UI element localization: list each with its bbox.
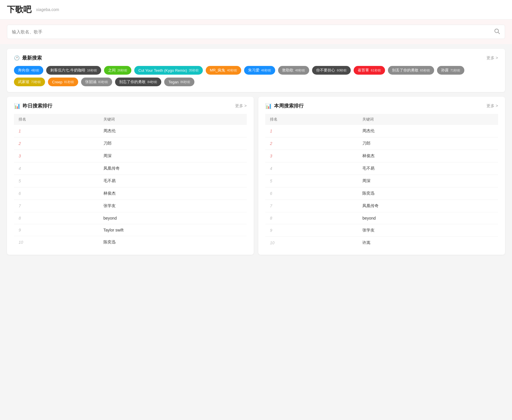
keyword: 毛不易 <box>99 175 247 187</box>
week-col-rank: 排名 <box>265 114 358 125</box>
table-row[interactable]: 8beyond <box>14 212 247 224</box>
table-row[interactable]: 8beyond <box>265 212 498 224</box>
recent-searches-header: 🕐 最新搜索 更多 > <box>14 55 498 61</box>
tag-time: 61秒前 <box>371 68 381 73</box>
tag-time: 81秒前 <box>64 80 74 84</box>
keyword: 周深 <box>358 175 498 187</box>
rank-number: 9 <box>14 224 99 236</box>
tag-time: 4秒前 <box>31 68 39 73</box>
search-bar-container <box>7 25 505 39</box>
tag-time: 40秒前 <box>227 68 237 73</box>
table-row[interactable]: 10许嵩 <box>265 237 498 249</box>
tag-time: 71秒前 <box>450 68 460 73</box>
recent-tag[interactable]: 别忘了你的勇敢84秒前 <box>115 78 161 86</box>
rank-number: 4 <box>14 162 99 175</box>
keyword: 凤凰传奇 <box>99 162 247 175</box>
rank-number: 2 <box>14 137 99 150</box>
keyword: 张学友 <box>358 224 498 237</box>
recent-tag[interactable]: Creep81秒前 <box>48 78 78 86</box>
rank-number: 6 <box>265 187 358 200</box>
keyword: 林俊杰 <box>358 150 498 162</box>
keyword: 毛不易 <box>358 162 498 175</box>
recent-tag[interactable]: Tegan86秒前 <box>164 78 194 86</box>
keyword: 陈奕迅 <box>99 236 247 249</box>
recent-tag[interactable]: 别丢了你的勇敢65秒前 <box>388 66 434 75</box>
table-row[interactable]: 6林俊杰 <box>14 187 247 200</box>
recent-tag[interactable]: Cut Your Teeth (Kygo Remix)35秒前 <box>134 66 203 75</box>
recent-more-link[interactable]: 更多 > <box>486 55 498 61</box>
rank-number: 1 <box>14 125 99 137</box>
yesterday-rank-table: 排名 关键词 1周杰伦2刀郎3周深4凤凰传奇5毛不易6林俊杰7张学友8beyon… <box>14 114 247 248</box>
recent-tag[interactable]: 武家坡73秒前 <box>14 78 45 86</box>
tag-time: 84秒前 <box>147 80 157 84</box>
table-row[interactable]: 9张学友 <box>265 224 498 237</box>
recent-tag[interactable]: 敦勒歌48秒前 <box>278 66 309 75</box>
yesterday-more-link[interactable]: 更多 > <box>235 103 247 109</box>
table-row[interactable]: 6陈奕迅 <box>265 187 498 200</box>
main-content: 🕐 最新搜索 更多 > 奔向你4秒前刺客伍六七.牛奶咖啡16秒前之间26秒前Cu… <box>0 44 512 259</box>
table-row[interactable]: 7凤凰传奇 <box>265 200 498 212</box>
svg-line-1 <box>498 32 500 34</box>
site-header: 下歌吧 xiageba.com <box>0 0 512 19</box>
recent-searches-title: 🕐 最新搜索 <box>14 55 42 61</box>
table-row[interactable]: 4凤凰传奇 <box>14 162 247 175</box>
table-row[interactable]: 3林俊杰 <box>265 150 498 162</box>
recent-tag[interactable]: 刺客伍六七.牛奶咖啡16秒前 <box>46 66 101 75</box>
recent-tag[interactable]: 朱习爱46秒前 <box>244 66 275 75</box>
search-button[interactable] <box>494 28 500 36</box>
chart-icon-week: 📊 <box>265 103 272 109</box>
table-row[interactable]: 2刀郎 <box>265 137 498 150</box>
recent-tag[interactable]: MR_疯兔40秒前 <box>206 66 241 75</box>
search-bar-section <box>0 19 512 44</box>
recent-tag[interactable]: 奔向你4秒前 <box>14 66 43 75</box>
table-row[interactable]: 9Taylor swift <box>14 224 247 236</box>
rank-number: 8 <box>265 212 358 224</box>
rank-number: 3 <box>265 150 358 162</box>
recent-tag[interactable]: 崔苔菁61秒前 <box>354 66 385 75</box>
table-row[interactable]: 5毛不易 <box>14 175 247 187</box>
keyword: 陈奕迅 <box>358 187 498 200</box>
keyword: 张学友 <box>99 200 247 212</box>
recent-tag[interactable]: 张韶涵83秒前 <box>81 78 112 86</box>
week-more-link[interactable]: 更多 > <box>486 103 498 109</box>
recent-tag[interactable]: 你不要担心60秒前 <box>312 66 351 75</box>
table-row[interactable]: 2刀郎 <box>14 137 247 150</box>
table-row[interactable]: 7张学友 <box>14 200 247 212</box>
table-row[interactable]: 3周深 <box>14 150 247 162</box>
rank-number: 9 <box>265 224 358 237</box>
week-rank-table: 排名 关键词 1周杰伦2刀郎3林俊杰4毛不易5周深6陈奕迅7凤凰传奇8beyon… <box>265 114 498 249</box>
rank-number: 7 <box>14 200 99 212</box>
recent-tag[interactable]: 之间26秒前 <box>104 66 131 75</box>
keyword: 刀郎 <box>99 137 247 150</box>
rank-tables-row: 📊 昨日搜索排行 更多 > 排名 关键词 1周杰伦2刀郎3周深4凤凰传奇5毛不易… <box>7 97 505 255</box>
tag-time: 65秒前 <box>420 68 430 73</box>
tag-time: 60秒前 <box>337 68 347 73</box>
table-row[interactable]: 4毛不易 <box>265 162 498 175</box>
rank-number: 8 <box>14 212 99 224</box>
tag-time: 48秒前 <box>295 68 305 73</box>
recent-tag[interactable]: 孙露71秒前 <box>437 66 464 75</box>
rank-number: 3 <box>14 150 99 162</box>
yesterday-table-body: 1周杰伦2刀郎3周深4凤凰传奇5毛不易6林俊杰7张学友8beyond9Taylo… <box>14 125 247 248</box>
table-row[interactable]: 1周杰伦 <box>265 125 498 137</box>
table-row[interactable]: 10陈奕迅 <box>14 236 247 249</box>
table-row[interactable]: 1周杰伦 <box>14 125 247 137</box>
yesterday-rank-card: 📊 昨日搜索排行 更多 > 排名 关键词 1周杰伦2刀郎3周深4凤凰传奇5毛不易… <box>7 97 254 255</box>
rank-number: 1 <box>265 125 358 137</box>
keyword: beyond <box>358 212 498 224</box>
rank-number: 4 <box>265 162 358 175</box>
search-icon <box>494 28 500 34</box>
clock-icon: 🕐 <box>14 55 20 61</box>
table-row[interactable]: 5周深 <box>265 175 498 187</box>
tag-time: 16秒前 <box>87 68 97 73</box>
keyword: Taylor swift <box>99 224 247 236</box>
week-table-header-row: 排名 关键词 <box>265 114 498 125</box>
tag-time: 35秒前 <box>189 68 199 73</box>
rank-number: 5 <box>14 175 99 187</box>
site-domain: xiageba.com <box>36 7 59 12</box>
site-logo: 下歌吧 <box>7 4 31 15</box>
keyword: 许嵩 <box>358 237 498 249</box>
rank-number: 2 <box>265 137 358 150</box>
recent-searches-card: 🕐 最新搜索 更多 > 奔向你4秒前刺客伍六七.牛奶咖啡16秒前之间26秒前Cu… <box>7 49 505 92</box>
search-input[interactable] <box>12 29 491 34</box>
